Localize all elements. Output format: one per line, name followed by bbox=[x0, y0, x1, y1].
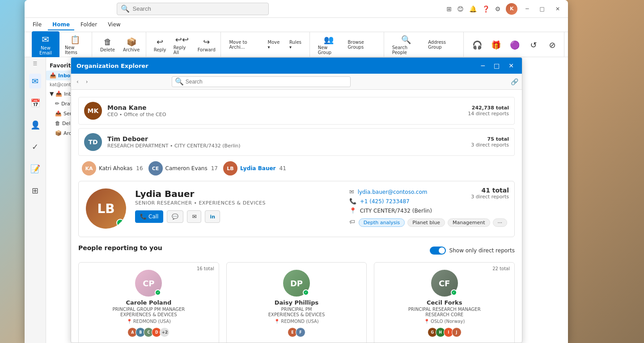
forward-button[interactable]: ↪ Forward bbox=[196, 35, 217, 54]
chat-button[interactable]: 💬 bbox=[167, 210, 183, 223]
new-group-button[interactable]: 👥 New Group bbox=[315, 33, 343, 57]
org-search-input[interactable] bbox=[186, 79, 347, 85]
help-icon[interactable]: ❓ bbox=[482, 5, 490, 13]
maximize-button[interactable]: □ bbox=[537, 5, 547, 13]
settings-icon[interactable]: ⚙️ bbox=[495, 5, 501, 13]
avatar-chip-katri[interactable]: KA Katri Ahokas 16 bbox=[82, 161, 143, 176]
bell-icon[interactable]: 🔔 bbox=[469, 5, 477, 13]
linkedin-icon: in bbox=[210, 214, 215, 220]
tab-folder[interactable]: Folder bbox=[76, 20, 102, 30]
tag-planet-blue[interactable]: Planet blue bbox=[407, 218, 445, 227]
carole-total: 16 total bbox=[197, 266, 214, 271]
tag-depth-analysis[interactable]: Depth analysis bbox=[359, 218, 405, 227]
gift-button[interactable]: 🎁 bbox=[488, 38, 504, 51]
archive-button[interactable]: 📦 Archive bbox=[120, 35, 142, 54]
voicemail-button[interactable]: 🎧 bbox=[469, 38, 485, 51]
ribbon-group-extras: 🎧 🎁 🟣 ↺ ⊘ bbox=[466, 32, 564, 57]
close-button[interactable]: ✕ bbox=[553, 5, 563, 13]
reporter-carole[interactable]: 16 total CP Carole Poland PRINCIPAL GROU… bbox=[78, 262, 219, 343]
grid-icon[interactable]: ⊞ bbox=[446, 5, 452, 13]
block-icon: ⊘ bbox=[549, 40, 555, 50]
call-button[interactable]: 📞 Call bbox=[135, 210, 163, 223]
sidebar-icons: ☰ ✉ 📅 👤 ✓ 📝 ⊞ bbox=[25, 57, 46, 343]
search-input[interactable] bbox=[132, 5, 265, 12]
reporter-daisy[interactable]: DP Daisy Phillips PRINCIPAL PM EXPERIENC… bbox=[226, 262, 367, 343]
tag-management[interactable]: Management bbox=[448, 218, 490, 227]
reply-icon: ↩ bbox=[157, 37, 163, 46]
org-minimize-btn[interactable]: ─ bbox=[479, 61, 487, 70]
reporter-cecil[interactable]: 22 total CF Cecil Forks PRINCIPAL RESEAR… bbox=[374, 262, 515, 343]
sidebar-tasks-icon[interactable]: ✓ bbox=[29, 139, 41, 154]
hamburger-icon[interactable]: ☰ bbox=[33, 61, 38, 67]
carole-role: PRINCIPAL GROUP PM MANAGER bbox=[86, 307, 212, 312]
carole-dept: EXPERIENCES & DEVICES bbox=[86, 312, 212, 317]
search-people-button[interactable]: 🔍 Search People bbox=[390, 33, 423, 57]
profile-phone-link[interactable]: +1 (425) 7233487 bbox=[360, 198, 410, 205]
tab-home[interactable]: Home bbox=[48, 20, 74, 30]
block-button[interactable]: ⊘ bbox=[544, 38, 560, 51]
email-button[interactable]: ✉ bbox=[187, 210, 201, 223]
daisy-loc-icon: 📍 bbox=[274, 319, 280, 324]
move-button[interactable]: Move ▾ bbox=[265, 38, 284, 51]
person-row-mona[interactable]: MK Mona Kane CEO • Office of the CEO 242… bbox=[78, 97, 515, 125]
carole-loc: 📍 REDMOND (USA) bbox=[86, 319, 212, 324]
org-win-controls: ─ □ ✕ bbox=[479, 61, 517, 70]
new-items-button[interactable]: 📋 New Items bbox=[62, 33, 88, 57]
replay-button[interactable]: ↺ bbox=[525, 38, 542, 51]
teams-button[interactable]: 🟣 bbox=[507, 38, 523, 51]
ribbon-group-people: 🔍 Search People Address Group bbox=[386, 32, 464, 57]
tab-file[interactable]: File bbox=[28, 20, 46, 30]
rules-button[interactable]: Rules ▾ bbox=[287, 38, 306, 51]
mini-av-more[interactable]: +2 bbox=[160, 327, 169, 337]
sidebar-people-icon[interactable]: 👤 bbox=[28, 117, 43, 132]
move-archive-button[interactable]: Move to Archi... bbox=[226, 38, 262, 51]
profile-email-link[interactable]: lydia.bauer@contoso.com bbox=[358, 189, 428, 195]
profile-actions: 📞 Call 💬 ✉ in bbox=[135, 210, 340, 223]
phone-icon: 📞 bbox=[349, 198, 356, 205]
emoji-icon[interactable]: 😊 bbox=[457, 5, 464, 13]
email-contact-icon: ✉ bbox=[349, 188, 354, 195]
address-group-button[interactable]: Address Group bbox=[425, 38, 460, 51]
tim-total: 75 total bbox=[471, 136, 509, 142]
cecil-team-avatars: G H I J bbox=[381, 327, 507, 337]
daisy-name: Daisy Phillips bbox=[234, 299, 360, 306]
org-explorer-titlebar: Organization Explorer ─ □ ✕ bbox=[71, 58, 522, 74]
org-close-btn[interactable]: ✕ bbox=[506, 61, 517, 70]
tag-more[interactable]: ··· bbox=[493, 218, 508, 227]
back-button[interactable]: ‹ bbox=[75, 77, 80, 87]
user-avatar[interactable]: K bbox=[506, 3, 517, 15]
forward-icon: ↪ bbox=[203, 37, 210, 46]
inbox-icon: 📥 bbox=[50, 72, 56, 79]
reply-button[interactable]: ↩ Reply bbox=[152, 35, 168, 54]
carole-avatar: CP bbox=[135, 270, 162, 297]
move-label: Move ▾ bbox=[268, 40, 282, 50]
archive-icon: 📦 bbox=[127, 37, 136, 46]
daisy-loc: 📍 REDMOND (USA) bbox=[234, 319, 360, 324]
org-link-icon[interactable]: 🔗 bbox=[511, 78, 518, 85]
sidebar-calendar-icon[interactable]: 📅 bbox=[28, 96, 43, 110]
tim-stats: 75 total 3 direct reports bbox=[471, 136, 509, 148]
sidebar-notes-icon[interactable]: 📝 bbox=[28, 161, 43, 176]
minimize-button[interactable]: ─ bbox=[523, 5, 531, 13]
new-email-button[interactable]: ✉ New Email bbox=[32, 31, 59, 58]
org-maximize-btn[interactable]: □ bbox=[491, 61, 502, 70]
browse-groups-button[interactable]: Browse Groups bbox=[345, 38, 380, 51]
direct-reports-toggle[interactable] bbox=[430, 247, 446, 255]
sidebar-mail-icon[interactable]: ✉ bbox=[29, 74, 41, 88]
carole-loc-text: REDMOND (USA) bbox=[133, 319, 171, 324]
person-row-tim[interactable]: TD Tim Deboer RESEARCH DEPARTMENT • CITY… bbox=[78, 128, 515, 156]
tab-view[interactable]: View bbox=[103, 20, 125, 30]
delete-button[interactable]: 🗑 Delete bbox=[97, 35, 118, 54]
title-bar-search-box[interactable]: 🔍 bbox=[117, 3, 269, 15]
org-search-box[interactable]: 🔍 bbox=[172, 76, 351, 87]
ribbon-content: ✉ New Email 📋 New Items 🗑 Delete 📦 Archi… bbox=[25, 32, 568, 57]
avatar-chip-lydia[interactable]: LB Lydia Bauer 41 bbox=[223, 161, 286, 176]
sent-icon: 📤 bbox=[55, 110, 62, 117]
forward-button[interactable]: › bbox=[84, 77, 90, 87]
linkedin-button[interactable]: in bbox=[205, 210, 220, 223]
reply-label: Reply bbox=[154, 47, 166, 52]
avatar-chip-cameron[interactable]: CE Cameron Evans 17 bbox=[148, 161, 218, 176]
reply-all-button[interactable]: ↩↩ Reply All bbox=[171, 33, 193, 57]
sidebar-apps-icon[interactable]: ⊞ bbox=[29, 183, 41, 198]
location-row: 📍 CITY CENTER/7432 (Berlin) bbox=[349, 207, 507, 214]
